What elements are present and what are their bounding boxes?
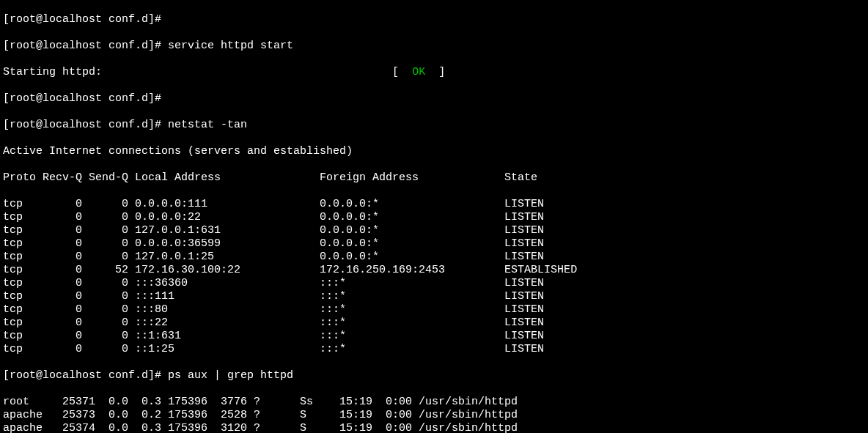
netstat-row: tcp 0 0 ::1:631 :::* LISTEN [3, 330, 865, 343]
ps-row: apache 25374 0.0 0.3 175396 3120 ? S 15:… [3, 422, 865, 433]
netstat-row: tcp 0 0 127.0.0.1:25 0.0.0.0:* LISTEN [3, 251, 865, 264]
netstat-row: tcp 0 0 127.0.0.1:631 0.0.0.0:* LISTEN [3, 224, 865, 237]
netstat-header: Proto Recv-Q Send-Q Local Address Foreig… [3, 171, 865, 185]
command-text: service httpd start [168, 40, 293, 52]
netstat-row: tcp 0 0 :::36360 :::* LISTEN [3, 277, 865, 290]
netstat-title: Active Internet connections (servers and… [3, 145, 865, 158]
netstat-row: tcp 0 0 :::22 :::* LISTEN [3, 317, 865, 330]
ps-row: root 25371 0.0 0.3 175396 3776 ? Ss 15:1… [3, 396, 865, 409]
command-text: netstat -tan [168, 119, 247, 131]
terminal[interactable]: [root@localhost conf.d]# [root@localhost… [0, 0, 868, 433]
starting-text: Starting httpd: [3, 66, 102, 78]
netstat-row: tcp 0 0 0.0.0.0:22 0.0.0.0:* LISTEN [3, 211, 865, 224]
command-line-ps: [root@localhost conf.d]# ps aux | grep h… [3, 369, 865, 382]
ok-bracket-left: [ [392, 66, 399, 78]
netstat-row: tcp 0 0 :::111 :::* LISTEN [3, 290, 865, 303]
ok-text: OK [399, 66, 438, 78]
netstat-body: tcp 0 0 0.0.0.0:111 0.0.0.0:* LISTENtcp … [3, 198, 865, 356]
ok-bracket-right: ] [438, 66, 445, 78]
netstat-row: tcp 0 0 0.0.0.0:36599 0.0.0.0:* LISTEN [3, 237, 865, 251]
netstat-row: tcp 0 0 0.0.0.0:111 0.0.0.0:* LISTEN [3, 198, 865, 211]
command-line-netstat: [root@localhost conf.d]# netstat -tan [3, 119, 865, 132]
ps-row: apache 25373 0.0 0.2 175396 2528 ? S 15:… [3, 409, 865, 422]
netstat-row: tcp 0 0 ::1:25 :::* LISTEN [3, 343, 865, 356]
command-line-service: [root@localhost conf.d]# service httpd s… [3, 40, 865, 53]
netstat-row: tcp 0 0 :::80 :::* LISTEN [3, 303, 865, 317]
prompt-line: [root@localhost conf.d]# [3, 92, 865, 106]
ps-body: root 25371 0.0 0.3 175396 3776 ? Ss 15:1… [3, 396, 865, 433]
ok-pad [102, 66, 392, 78]
netstat-row: tcp 0 52 172.16.30.100:22 172.16.250.169… [3, 264, 865, 277]
command-text: ps aux | grep httpd [168, 369, 293, 382]
prompt-line: [root@localhost conf.d]# [3, 13, 865, 26]
starting-httpd-line: Starting httpd: [ OK ] [3, 66, 865, 79]
